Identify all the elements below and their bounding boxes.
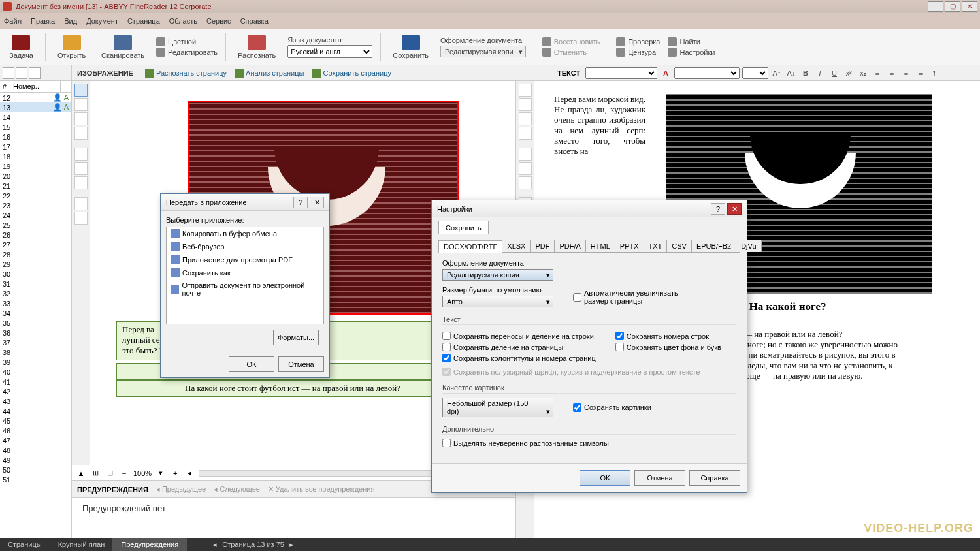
- zoom-dropdown-icon[interactable]: ▾: [155, 469, 166, 477]
- sendto-cancel[interactable]: Отмена: [278, 356, 324, 372]
- page-row[interactable]: 23: [0, 200, 71, 210]
- sendto-help[interactable]: ?: [293, 197, 308, 208]
- bold-button[interactable]: B: [800, 67, 811, 79]
- text-paragraph-1[interactable]: Перед вами морской вид. Не правда ли, ху…: [554, 94, 645, 157]
- page-row[interactable]: 17: [0, 142, 71, 151]
- text-tool-2[interactable]: [519, 98, 532, 111]
- page-row[interactable]: 21: [0, 181, 71, 191]
- chk-headers[interactable]: [442, 354, 451, 362]
- pic-quality-select[interactable]: Небольшой размер (150 dpi): [442, 398, 553, 417]
- status-tab-pages[interactable]: Страницы: [0, 538, 50, 551]
- format-tab-xlsx[interactable]: XLSX: [502, 240, 531, 252]
- font-size-select[interactable]: [742, 67, 768, 79]
- sendto-item[interactable]: Приложение для просмотра PDF: [167, 253, 323, 266]
- tool-barcode-area[interactable]: [74, 127, 88, 140]
- paper-select[interactable]: Авто: [442, 296, 553, 307]
- recognize-page-link[interactable]: Распознать страницу: [145, 69, 227, 78]
- view-details[interactable]: [29, 67, 41, 79]
- status-tab-closeup[interactable]: Крупный план: [50, 538, 114, 551]
- format-tab-pptx[interactable]: PPTX: [615, 240, 644, 252]
- italic-button[interactable]: I: [814, 67, 826, 79]
- page-row[interactable]: 46: [0, 426, 71, 435]
- warn-prev[interactable]: ◂ Предыдущее: [156, 485, 206, 494]
- pages-col-icon1[interactable]: [50, 81, 61, 92]
- font-grow-icon[interactable]: A↑: [771, 67, 783, 79]
- sendto-item[interactable]: Отправить документ по электронной почте: [167, 279, 323, 299]
- format-tab-csv[interactable]: CSV: [666, 240, 692, 252]
- superscript-button[interactable]: x²: [843, 67, 855, 79]
- show-marks-button[interactable]: ¶: [929, 67, 941, 79]
- page-row[interactable]: 19: [0, 161, 71, 171]
- tool-select[interactable]: [74, 148, 88, 161]
- pages-col-num[interactable]: Номер..: [10, 81, 50, 92]
- pages-col-icon2[interactable]: [61, 81, 71, 92]
- zoom-in-icon[interactable]: +: [170, 469, 180, 477]
- task-button[interactable]: Задача: [5, 35, 37, 59]
- text-tool-4[interactable]: [519, 127, 532, 140]
- page-row[interactable]: 34: [0, 308, 71, 318]
- page-row[interactable]: 38: [0, 347, 71, 357]
- nav-left-icon[interactable]: ◂: [184, 469, 195, 477]
- status-tab-warnings[interactable]: Предупреждения: [113, 538, 187, 551]
- page-row[interactable]: 30: [0, 269, 71, 279]
- fit-width-icon[interactable]: ⊞: [90, 469, 101, 477]
- page-row[interactable]: 24: [0, 210, 71, 220]
- save-button[interactable]: Сохранить: [389, 35, 433, 59]
- page-row[interactable]: 45: [0, 416, 71, 426]
- menu-document[interactable]: Документ: [86, 17, 118, 25]
- tool-order[interactable]: [74, 162, 88, 175]
- fit-page-icon[interactable]: ⊡: [105, 469, 115, 477]
- style-select[interactable]: [585, 67, 657, 79]
- align-justify-button[interactable]: ≡: [915, 67, 926, 79]
- page-row[interactable]: 33: [0, 298, 71, 308]
- chk-linenumbers[interactable]: [615, 332, 624, 340]
- pager-prev[interactable]: ◂: [213, 541, 217, 549]
- warn-next[interactable]: ◂ Следующее: [214, 485, 260, 494]
- chk-linebreaks[interactable]: [442, 332, 451, 340]
- edit-button[interactable]: Редактировать: [156, 48, 218, 57]
- menu-help[interactable]: Справка: [240, 17, 269, 25]
- check-button[interactable]: Проверка: [616, 37, 660, 46]
- chk-save-pics[interactable]: [573, 403, 581, 412]
- menu-edit[interactable]: Правка: [31, 17, 55, 25]
- settings-help[interactable]: ?: [711, 203, 725, 215]
- page-row[interactable]: 41: [0, 377, 71, 386]
- save-page-link[interactable]: Сохранить страницу: [312, 69, 391, 78]
- page-row[interactable]: 25: [0, 220, 71, 230]
- analyze-page-link[interactable]: Анализ страницы: [235, 69, 304, 78]
- format-tab-docxodtrtf[interactable]: DOCX/ODT/RTF: [438, 240, 502, 253]
- underline-button[interactable]: U: [828, 67, 840, 79]
- menu-view[interactable]: Вид: [64, 17, 77, 25]
- maximize-button[interactable]: ▢: [945, 1, 960, 12]
- menu-area[interactable]: Область: [169, 17, 197, 25]
- tool-pointer[interactable]: [74, 197, 88, 210]
- page-row[interactable]: 15: [0, 122, 71, 132]
- page-row[interactable]: 37: [0, 338, 71, 347]
- close-button[interactable]: ✕: [962, 1, 977, 12]
- menu-file[interactable]: Файл: [4, 17, 22, 25]
- page-row[interactable]: 47: [0, 435, 71, 445]
- menu-tools[interactable]: Сервис: [206, 17, 231, 25]
- page-row[interactable]: 20: [0, 171, 71, 181]
- settings-tab-save[interactable]: Сохранить: [438, 221, 489, 234]
- scan-button[interactable]: Сканировать: [97, 35, 148, 59]
- zoom-out-icon[interactable]: −: [119, 469, 129, 477]
- chk-highlight-uncertain[interactable]: [442, 439, 451, 447]
- format-tab-pdf[interactable]: PDF: [530, 240, 555, 252]
- pages-col-hash[interactable]: #: [0, 81, 10, 92]
- page-row[interactable]: 48: [0, 445, 71, 455]
- page-row[interactable]: 26: [0, 230, 71, 240]
- sendto-ok[interactable]: ОК: [229, 356, 274, 372]
- text-tool-3[interactable]: [519, 112, 532, 125]
- page-row[interactable]: 16: [0, 132, 71, 142]
- sendto-item[interactable]: Сохранить как: [167, 266, 323, 279]
- pager-next[interactable]: ▸: [289, 541, 293, 549]
- page-row[interactable]: 28: [0, 249, 71, 259]
- chk-colors[interactable]: [615, 343, 624, 351]
- page-row[interactable]: 29: [0, 259, 71, 269]
- nav-up-icon[interactable]: ▲: [76, 469, 86, 477]
- warn-delete-all[interactable]: ✕ Удалить все предупреждения: [268, 485, 375, 494]
- page-row[interactable]: 36: [0, 328, 71, 338]
- settings-button[interactable]: Настройки: [668, 48, 715, 57]
- page-row[interactable]: 22: [0, 191, 71, 200]
